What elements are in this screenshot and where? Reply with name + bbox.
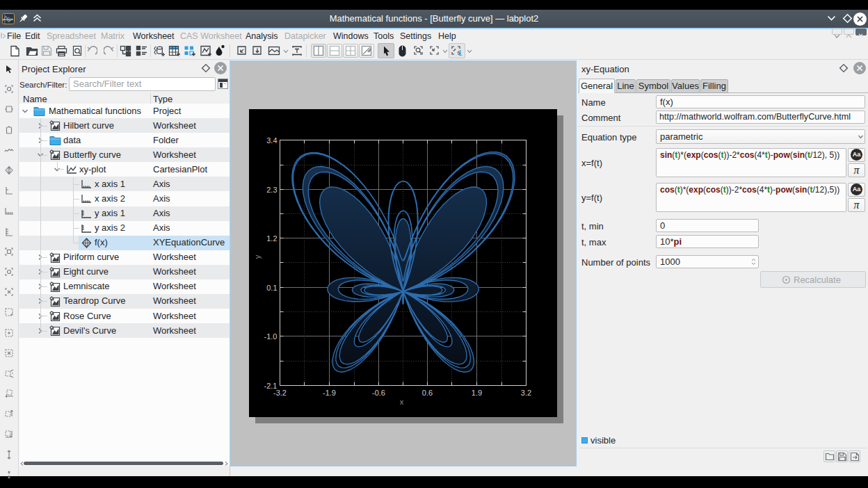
svg-text:3.2: 3.2 bbox=[521, 389, 531, 397]
svg-text:-0.6: -0.6 bbox=[372, 389, 385, 397]
svg-text:1.9: 1.9 bbox=[472, 389, 482, 397]
svg-text:0.6: 0.6 bbox=[422, 389, 433, 397]
svg-text:y: y bbox=[253, 254, 262, 259]
svg-text:2.3: 2.3 bbox=[266, 186, 277, 194]
svg-text:-1.0: -1.0 bbox=[264, 332, 278, 341]
svg-text:1: 1 bbox=[458, 49, 463, 57]
svg-text:x: x bbox=[400, 398, 404, 406]
svg-text:-2.1: -2.1 bbox=[264, 382, 278, 390]
svg-text:0.1: 0.1 bbox=[266, 284, 277, 292]
svg-text:-1.9: -1.9 bbox=[323, 389, 336, 397]
svg-text:1.2: 1.2 bbox=[266, 234, 277, 243]
svg-text:3.4: 3.4 bbox=[266, 136, 277, 145]
